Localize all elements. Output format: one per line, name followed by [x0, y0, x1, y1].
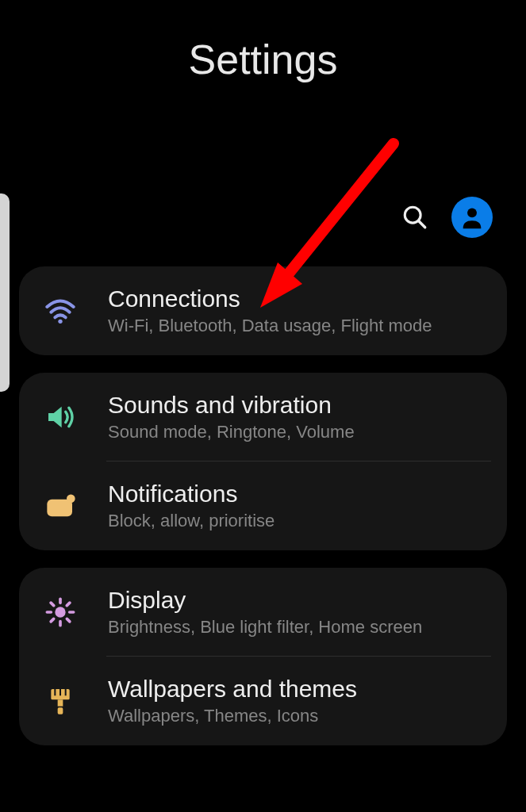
settings-item-display[interactable]: Display Brightness, Blue light filter, H…	[19, 568, 507, 657]
page-title: Settings	[0, 0, 526, 83]
settings-item-title: Notifications	[108, 481, 491, 508]
settings-group: Sounds and vibration Sound mode, Rington…	[19, 373, 507, 550]
settings-item-title: Connections	[108, 285, 491, 312]
settings-item-notifications[interactable]: Notifications Block, allow, prioritise	[19, 462, 507, 550]
notifications-icon	[43, 488, 78, 523]
settings-group: Connections Wi-Fi, Bluetooth, Data usage…	[19, 266, 507, 355]
svg-line-13	[51, 619, 54, 622]
svg-rect-17	[58, 707, 63, 714]
settings-item-wallpapers[interactable]: Wallpapers and themes Wallpapers, Themes…	[19, 657, 507, 745]
svg-line-12	[67, 619, 70, 622]
search-button[interactable]	[401, 203, 429, 232]
header-actions	[401, 197, 493, 238]
search-icon	[401, 204, 428, 231]
settings-item-subtitle: Sound mode, Ringtone, Volume	[108, 422, 491, 442]
svg-point-3	[58, 320, 62, 324]
settings-item-subtitle: Block, allow, prioritise	[108, 511, 491, 531]
paintbrush-icon	[43, 684, 78, 718]
settings-item-title: Display	[108, 587, 491, 614]
svg-rect-16	[58, 699, 63, 706]
settings-item-sounds[interactable]: Sounds and vibration Sound mode, Rington…	[19, 373, 507, 462]
svg-line-14	[67, 603, 70, 606]
settings-list: Connections Wi-Fi, Bluetooth, Data usage…	[19, 266, 507, 745]
svg-line-22	[278, 144, 394, 286]
sound-icon	[43, 400, 78, 435]
svg-line-11	[51, 603, 54, 606]
account-button[interactable]	[451, 197, 493, 238]
settings-item-text: Connections Wi-Fi, Bluetooth, Data usage…	[108, 285, 491, 336]
settings-item-connections[interactable]: Connections Wi-Fi, Bluetooth, Data usage…	[19, 266, 507, 355]
person-icon	[459, 204, 486, 231]
settings-item-text: Notifications Block, allow, prioritise	[108, 481, 491, 531]
settings-item-text: Display Brightness, Blue light filter, H…	[108, 587, 491, 638]
settings-item-text: Wallpapers and themes Wallpapers, Themes…	[108, 676, 491, 726]
svg-point-5	[67, 495, 75, 504]
settings-group: Display Brightness, Blue light filter, H…	[19, 568, 507, 745]
brightness-icon	[43, 595, 78, 630]
settings-item-text: Sounds and vibration Sound mode, Rington…	[108, 392, 491, 442]
settings-item-subtitle: Brightness, Blue light filter, Home scre…	[108, 617, 491, 638]
settings-item-title: Sounds and vibration	[108, 392, 491, 419]
svg-point-6	[55, 607, 65, 617]
settings-item-subtitle: Wi-Fi, Bluetooth, Data usage, Flight mod…	[108, 316, 491, 336]
settings-item-title: Wallpapers and themes	[108, 676, 491, 703]
wifi-icon	[43, 293, 78, 328]
svg-point-2	[467, 208, 477, 217]
svg-line-1	[419, 221, 425, 228]
settings-item-subtitle: Wallpapers, Themes, Icons	[108, 706, 491, 726]
edge-panel-handle[interactable]	[0, 193, 10, 392]
